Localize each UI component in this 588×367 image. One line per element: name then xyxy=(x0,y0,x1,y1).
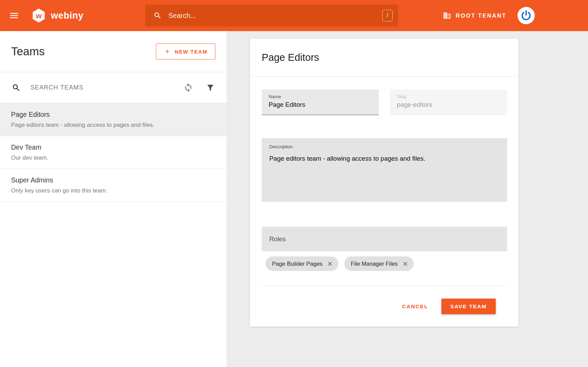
card-title: Page Editors xyxy=(262,52,319,63)
slug-field: Slug xyxy=(390,90,507,115)
team-list-item[interactable]: Super Admins Only key users can go into … xyxy=(0,169,226,202)
role-chip-label: File Manager Files xyxy=(351,261,398,267)
new-team-button[interactable]: NEW TEAM xyxy=(156,44,215,59)
svg-text:w: w xyxy=(35,11,42,20)
sync-icon xyxy=(184,83,193,92)
plus-icon xyxy=(164,48,171,55)
search-teams-icon xyxy=(12,83,21,92)
role-chip-label: Page Builder Pages xyxy=(272,261,323,267)
global-search-input[interactable] xyxy=(168,12,382,20)
description-field[interactable]: Description Page editors team - allowing… xyxy=(262,138,507,202)
teams-panel: Teams NEW TEAM Page Editors Page edito xyxy=(0,31,226,367)
cancel-button[interactable]: CANCEL xyxy=(402,303,428,310)
search-shortcut-badge: / xyxy=(382,10,393,21)
webiny-logo-icon: w xyxy=(31,8,46,23)
teams-list: Page Editors Page editors team - allowin… xyxy=(0,103,226,202)
close-icon xyxy=(402,261,409,267)
main-layout: Teams NEW TEAM Page Editors Page edito xyxy=(0,31,588,367)
global-search[interactable]: / xyxy=(145,4,398,27)
name-field-label: Name xyxy=(269,94,372,99)
teams-panel-header: Teams NEW TEAM xyxy=(0,31,226,72)
topbar-right-group: ROOT TENANT xyxy=(443,7,535,24)
team-details-card: Page Editors Name Slug Description Page … xyxy=(250,39,519,327)
teams-search-actions xyxy=(184,83,215,92)
filter-icon xyxy=(206,83,215,92)
team-name: Super Admins xyxy=(11,176,215,184)
teams-search-bar xyxy=(0,72,226,103)
webiny-brand[interactable]: w webiny xyxy=(31,8,84,23)
building-icon xyxy=(443,11,451,20)
avatar-power-icon xyxy=(520,10,532,21)
team-name: Dev Team xyxy=(11,143,215,151)
card-body: Name Slug Description Page editors team … xyxy=(250,77,519,327)
card-header: Page Editors xyxy=(250,39,519,77)
chip-remove-button[interactable] xyxy=(327,261,333,267)
roles-field-label: Roles xyxy=(269,235,286,243)
team-list-item[interactable]: Page Editors Page editors team - allowin… xyxy=(0,103,226,136)
chip-remove-button[interactable] xyxy=(402,261,409,267)
menu-button[interactable] xyxy=(9,10,19,21)
roles-field[interactable]: Roles xyxy=(262,227,507,251)
tenant-label: ROOT TENANT xyxy=(456,12,506,19)
details-area: Page Editors Name Slug Description Page … xyxy=(226,31,588,367)
brand-name: webiny xyxy=(51,10,84,21)
card-footer: CANCEL SAVE TEAM xyxy=(262,286,507,327)
slug-input xyxy=(397,101,500,109)
name-input[interactable] xyxy=(269,101,372,109)
description-textarea[interactable]: Page editors team - allowing access to p… xyxy=(269,155,500,194)
role-chip[interactable]: Page Builder Pages xyxy=(265,256,338,271)
name-slug-row: Name Slug xyxy=(262,90,507,115)
page-title: Teams xyxy=(11,45,45,58)
role-chips: Page Builder Pages File Manager Files xyxy=(262,256,507,271)
search-icon xyxy=(153,11,162,20)
role-chip[interactable]: File Manager Files xyxy=(344,256,414,271)
name-field[interactable]: Name xyxy=(262,90,379,115)
slug-field-label: Slug xyxy=(397,94,500,99)
close-icon xyxy=(327,261,333,267)
hamburger-icon xyxy=(9,10,19,21)
team-description: Only key users can go into this team. xyxy=(11,187,215,194)
teams-search-input[interactable] xyxy=(30,84,179,91)
save-team-button[interactable]: SAVE TEAM xyxy=(441,299,496,314)
top-app-bar: w webiny / ROOT TENANT xyxy=(0,0,588,31)
team-description: Page editors team - allowing access to p… xyxy=(11,122,215,129)
filter-button[interactable] xyxy=(206,83,215,92)
description-field-label: Description xyxy=(269,144,500,149)
refresh-button[interactable] xyxy=(184,83,193,92)
new-team-label: NEW TEAM xyxy=(175,49,207,55)
team-list-item[interactable]: Dev Team Our dev team. xyxy=(0,136,226,169)
team-description: Our dev team. xyxy=(11,154,215,161)
user-avatar[interactable] xyxy=(517,7,535,24)
team-name: Page Editors xyxy=(11,111,215,119)
tenant-selector[interactable]: ROOT TENANT xyxy=(443,11,506,20)
